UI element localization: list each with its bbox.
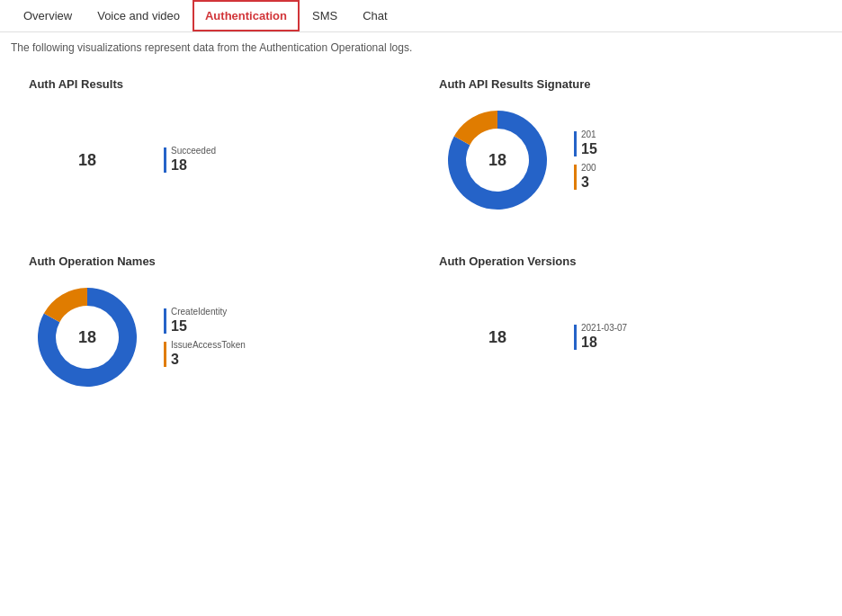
legend-bar — [164, 342, 166, 367]
legend-label: CreateIdentity — [171, 307, 227, 317]
donut-center-value: 18 — [78, 151, 96, 170]
chart-auth-api-results: Auth API Results18Succeeded18 — [11, 68, 421, 246]
legend-value: 3 — [171, 351, 246, 368]
legend-label: Succeeded — [171, 146, 216, 156]
legend-item: Succeeded18 — [164, 146, 216, 174]
legend-value: 3 — [581, 174, 596, 191]
legend-item: 2003 — [574, 163, 597, 191]
donut-auth-operation-versions: 18 — [439, 279, 556, 396]
legend-bar — [164, 308, 166, 334]
legend-item: IssueAccessToken3 — [164, 340, 246, 368]
chart-title-auth-api-results: Auth API Results — [29, 77, 403, 91]
legend-item: 20115 — [574, 129, 597, 157]
tab-voice-video[interactable]: Voice and video — [85, 0, 193, 31]
legend-label: 200 — [581, 163, 596, 174]
legend-value: 18 — [171, 156, 216, 174]
chart-auth-operation-versions: Auth Operation Versions182021-03-0718 — [421, 246, 831, 423]
donut-center-value: 18 — [488, 151, 506, 170]
donut-auth-api-results-signature: 18 — [439, 102, 556, 219]
tab-overview[interactable]: Overview — [11, 0, 85, 31]
legend-auth-operation-versions: 2021-03-0718 — [574, 323, 627, 351]
tab-chat[interactable]: Chat — [350, 0, 399, 31]
chart-auth-api-results-signature: Auth API Results Signature18201152003 — [421, 68, 831, 246]
chart-title-auth-api-results-signature: Auth API Results Signature — [439, 77, 813, 91]
legend-value: 15 — [171, 317, 227, 335]
nav-tabs: OverviewVoice and videoAuthenticationSMS… — [0, 0, 842, 32]
page-description: The following visualizations represent d… — [0, 32, 842, 68]
chart-auth-operation-names: Auth Operation Names18CreateIdentity15Is… — [11, 246, 421, 423]
legend-auth-api-results-signature: 201152003 — [574, 129, 597, 191]
legend-item: 2021-03-0718 — [574, 323, 627, 351]
donut-center-value: 18 — [488, 328, 506, 347]
donut-auth-operation-names: 18 — [29, 279, 146, 396]
legend-bar — [574, 131, 577, 156]
legend-auth-operation-names: CreateIdentity15IssueAccessToken3 — [164, 307, 246, 368]
legend-item: CreateIdentity15 — [164, 307, 246, 335]
legend-label: IssueAccessToken — [171, 340, 246, 351]
tab-authentication[interactable]: Authentication — [193, 0, 300, 31]
donut-auth-api-results: 18 — [29, 102, 146, 219]
legend-auth-api-results: Succeeded18 — [164, 146, 216, 174]
legend-value: 15 — [581, 140, 597, 157]
charts-grid: Auth API Results18Succeeded18Auth API Re… — [0, 68, 842, 423]
legend-label: 201 — [581, 129, 597, 140]
legend-value: 18 — [581, 334, 627, 351]
tab-sms[interactable]: SMS — [300, 0, 350, 31]
legend-bar — [574, 325, 577, 350]
chart-title-auth-operation-names: Auth Operation Names — [29, 254, 403, 268]
legend-bar — [574, 165, 577, 190]
chart-title-auth-operation-versions: Auth Operation Versions — [439, 254, 813, 268]
legend-label: 2021-03-07 — [581, 323, 627, 334]
donut-center-value: 18 — [78, 328, 96, 347]
legend-bar — [164, 147, 166, 173]
